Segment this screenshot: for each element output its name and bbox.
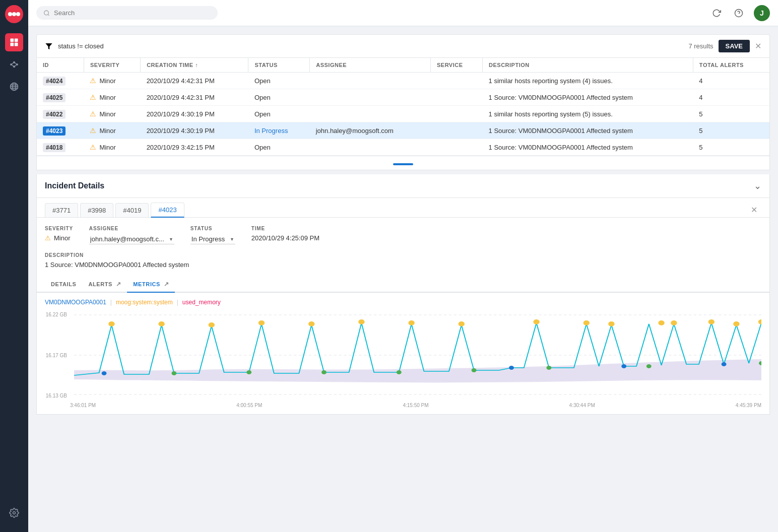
filter-close-button[interactable]: ✕ xyxy=(755,41,761,51)
status-select[interactable]: In Progress Open Closed xyxy=(190,234,235,244)
svg-point-35 xyxy=(358,319,364,324)
svg-point-1 xyxy=(8,12,12,16)
total-alerts: 5 xyxy=(693,139,769,156)
y-label-top: 16.22 GB xyxy=(45,312,67,317)
chart-legend: VM0DNMOOGPA0001 | moog:system:system | u… xyxy=(45,299,761,306)
svg-line-13 xyxy=(15,63,17,64)
results-count: 7 results xyxy=(688,42,713,50)
row-id: #4022 xyxy=(43,110,66,119)
save-button[interactable]: SAVE xyxy=(719,40,750,52)
assignee: john.haley@moogsoft.com xyxy=(310,122,431,139)
assignee-value: john.haley@moogsoft.c... xyxy=(89,234,174,244)
assignee xyxy=(310,139,431,156)
severity-value: ⚠ Minor xyxy=(45,234,73,242)
table-row[interactable]: #4023 ⚠ Minor 2020/10/29 4:30:19 PM In P… xyxy=(37,122,769,139)
svg-point-36 xyxy=(408,320,414,325)
scroll-bar xyxy=(393,163,413,165)
collapse-button[interactable]: ⌄ xyxy=(754,180,761,191)
time-field: TIME 2020/10/29 4:25:09 PM xyxy=(251,226,319,242)
sidebar-item-dashboard[interactable] xyxy=(5,33,23,51)
incident-details-header: Incident Details ⌄ xyxy=(37,174,769,198)
warning-icon: ⚠ xyxy=(90,143,96,151)
service xyxy=(430,73,482,89)
subtab-alerts[interactable]: ALERTS ↗ xyxy=(82,277,127,293)
svg-point-41 xyxy=(658,320,664,325)
description-label: DESCRIPTION xyxy=(45,252,761,258)
svg-point-32 xyxy=(209,322,215,327)
creation-time: 2020/10/29 4:30:19 PM xyxy=(141,106,248,122)
subtab-details[interactable]: DETAILS xyxy=(45,277,82,292)
search-icon xyxy=(43,10,50,17)
svg-point-30 xyxy=(108,321,114,326)
sidebar-item-analytics[interactable] xyxy=(5,55,23,74)
table-row[interactable]: #4018 ⚠ Minor 2020/10/29 3:42:15 PM Open… xyxy=(37,139,769,156)
severity-cell: ⚠ Minor xyxy=(90,143,134,151)
chart-svg xyxy=(74,310,761,401)
warning-icon: ⚠ xyxy=(90,110,96,118)
svg-point-44 xyxy=(733,321,739,326)
svg-point-56 xyxy=(646,364,652,368)
topbar: J xyxy=(28,0,778,26)
assignee-label: ASSIGNEE xyxy=(89,226,174,231)
svg-rect-7 xyxy=(15,43,18,46)
creation-time: 2020/10/29 4:42:31 PM xyxy=(141,73,248,89)
incident-tab-4019[interactable]: #4019 xyxy=(115,203,149,217)
legend-host: VM0DNMOOGPA0001 xyxy=(45,299,106,306)
search-input[interactable] xyxy=(54,9,211,17)
incident-tab-3998[interactable]: #3998 xyxy=(80,203,113,217)
service xyxy=(430,89,482,106)
assignee xyxy=(310,89,431,106)
subtab-metrics[interactable]: METRICS ↗ xyxy=(127,277,175,293)
incident-details-panel: Incident Details ⌄ #3771 #3998 #4019 #40… xyxy=(36,174,770,415)
severity-text: Minor xyxy=(99,110,116,118)
search-box[interactable] xyxy=(36,6,218,20)
sidebar-item-globe[interactable] xyxy=(5,78,23,96)
assignee-select-wrapper[interactable]: john.haley@moogsoft.c... xyxy=(89,234,174,244)
table-row[interactable]: #4022 ⚠ Minor 2020/10/29 4:30:19 PM Open… xyxy=(37,106,769,122)
col-id: ID xyxy=(37,58,84,73)
x-label-4: 4:30:44 PM xyxy=(569,403,595,408)
table-row[interactable]: #4024 ⚠ Minor 2020/10/29 4:42:31 PM Open… xyxy=(37,73,769,89)
incident-tab-4023[interactable]: #4023 xyxy=(151,203,184,218)
svg-point-50 xyxy=(171,371,176,375)
user-avatar[interactable]: J xyxy=(754,5,770,21)
severity-field: SEVERITY ⚠ Minor xyxy=(45,226,73,242)
severity-text: Minor xyxy=(99,144,116,151)
col-service: SERVICE xyxy=(430,58,482,73)
topbar-actions: J xyxy=(709,5,770,21)
sidebar-item-settings[interactable] xyxy=(5,504,23,522)
row-id: #4023 xyxy=(43,126,66,136)
incident-tab-close[interactable]: ✕ xyxy=(747,205,761,215)
filter-icon xyxy=(45,42,53,50)
creation-time: 2020/10/29 4:42:31 PM xyxy=(141,89,248,106)
help-icon[interactable] xyxy=(732,6,746,20)
legend-metric: moog:system:system xyxy=(116,299,173,306)
filter-bar: status != closed 7 results SAVE ✕ xyxy=(36,34,770,58)
assignee-select[interactable]: john.haley@moogsoft.c... xyxy=(89,234,174,244)
refresh-icon[interactable] xyxy=(709,6,724,20)
x-label-2: 4:00:55 PM xyxy=(236,403,262,408)
warning-icon: ⚠ xyxy=(90,126,96,135)
incident-tab-3771[interactable]: #3771 xyxy=(45,203,78,217)
svg-point-45 xyxy=(758,319,761,324)
incidents-table: ID SEVERITY CREATION TIME ↑ STATUS ASSIG… xyxy=(37,58,769,156)
sidebar-logo[interactable] xyxy=(5,5,23,23)
warning-icon: ⚠ xyxy=(90,77,96,85)
svg-point-22 xyxy=(44,11,49,15)
status-label: STATUS xyxy=(190,226,235,231)
chart-area: VM0DNMOOGPA0001 | moog:system:system | u… xyxy=(37,293,769,414)
status-select-wrapper[interactable]: In Progress Open Closed xyxy=(190,234,235,244)
assignee xyxy=(310,73,431,89)
status: Open xyxy=(248,106,310,122)
table-row[interactable]: #4025 ⚠ Minor 2020/10/29 4:42:31 PM Open… xyxy=(37,89,769,106)
severity-label: SEVERITY xyxy=(45,226,73,231)
incident-subtabs: DETAILS ALERTS ↗ METRICS ↗ xyxy=(37,277,769,293)
severity-cell: ⚠ Minor xyxy=(90,77,134,85)
metrics-ext-icon: ↗ xyxy=(164,281,169,288)
svg-point-2 xyxy=(12,12,16,16)
content-area: status != closed 7 results SAVE ✕ ID SEV… xyxy=(28,26,778,532)
warning-icon: ⚠ xyxy=(90,93,96,101)
legend-memory: used_memory xyxy=(182,299,221,306)
svg-point-3 xyxy=(16,12,20,16)
status: In Progress xyxy=(248,122,310,139)
